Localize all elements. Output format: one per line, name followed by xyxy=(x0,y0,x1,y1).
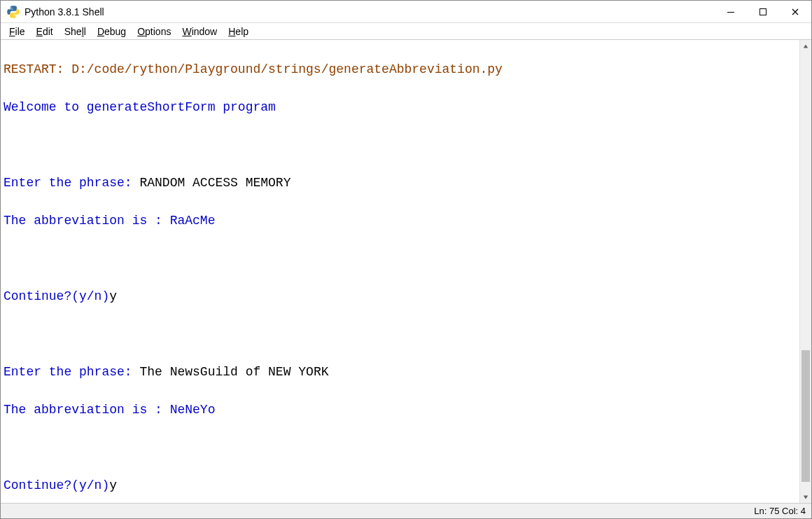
python-icon xyxy=(6,5,20,19)
shell-output[interactable]: RESTART: D:/code/rython/Playground/strin… xyxy=(1,40,799,503)
user-input: y xyxy=(109,478,117,492)
menu-help[interactable]: Help xyxy=(223,25,254,39)
close-button[interactable] xyxy=(779,1,811,23)
blank-line xyxy=(4,325,797,344)
svg-rect-1 xyxy=(760,8,766,15)
statusbar: Ln: 75 Col: 4 xyxy=(1,503,811,518)
user-input: y xyxy=(109,289,117,303)
scroll-down-button[interactable] xyxy=(800,491,811,503)
scroll-thumb[interactable] xyxy=(802,350,810,482)
blank-line xyxy=(4,438,797,457)
restart-line: RESTART: D:/code/rython/Playground/strin… xyxy=(4,62,503,76)
menu-options[interactable]: Options xyxy=(132,25,176,39)
menu-file[interactable]: File xyxy=(4,25,31,39)
scroll-track[interactable] xyxy=(800,52,811,491)
welcome-text: Welcome to generateShortForm program xyxy=(4,100,276,114)
menu-window[interactable]: Window xyxy=(176,25,223,39)
titlebar: Python 3.8.1 Shell xyxy=(1,1,811,23)
menu-debug[interactable]: Debug xyxy=(92,25,132,39)
blank-line xyxy=(4,249,797,268)
menubar: File Edit Shell Debug Options Window Hel… xyxy=(1,23,811,40)
blank-line xyxy=(4,136,797,155)
menu-shell[interactable]: Shell xyxy=(59,25,92,39)
continue-prompt: Continue?(y/n) xyxy=(4,478,109,492)
client-area: RESTART: D:/code/rython/Playground/strin… xyxy=(1,40,811,503)
window-title: Python 3.8.1 Shell xyxy=(24,6,104,18)
prompt-label: Enter the phrase: xyxy=(4,365,139,379)
vertical-scrollbar[interactable] xyxy=(799,40,811,503)
app-window: Python 3.8.1 Shell File Edit Shell Debug… xyxy=(0,0,812,519)
user-input: The NewsGuild of NEW YORK xyxy=(139,365,328,379)
cursor-position: Ln: 75 Col: 4 xyxy=(754,506,806,516)
result-value: NeNeYo xyxy=(170,403,216,417)
result-label: The abbreviation is : xyxy=(4,403,170,417)
svg-rect-0 xyxy=(727,12,734,13)
continue-prompt: Continue?(y/n) xyxy=(4,289,109,303)
minimize-button[interactable] xyxy=(715,1,747,23)
result-value: RaAcMe xyxy=(170,214,216,228)
user-input: RANDOM ACCESS MEMORY xyxy=(139,176,290,190)
maximize-button[interactable] xyxy=(747,1,779,23)
scroll-up-button[interactable] xyxy=(800,40,811,52)
result-label: The abbreviation is : xyxy=(4,214,170,228)
menu-edit[interactable]: Edit xyxy=(31,25,59,39)
prompt-label: Enter the phrase: xyxy=(4,176,139,190)
